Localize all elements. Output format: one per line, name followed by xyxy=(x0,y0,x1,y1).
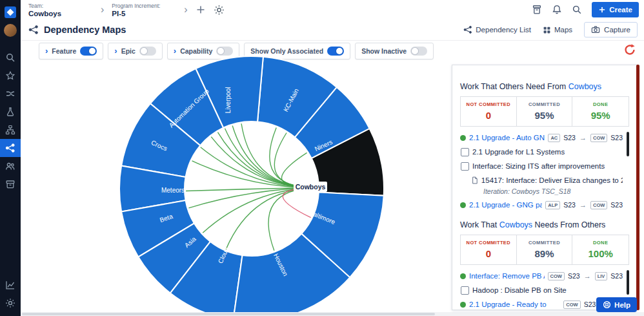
jira-logo-icon xyxy=(5,6,16,18)
dependency-list-icon xyxy=(463,25,472,34)
dependency-link[interactable]: 2.1 Upgrade - Auto GNC xyxy=(469,134,545,142)
people-icon xyxy=(5,161,15,171)
status-dot-icon xyxy=(460,202,466,208)
capture-label: Capture xyxy=(604,26,630,34)
chevron-right-icon: › xyxy=(101,5,104,15)
chord-diagram[interactable]: NinersKC-MainLiverpoolAutomation GroupCr… xyxy=(113,52,390,316)
stat-committed: COMMITTED 95% xyxy=(517,97,573,126)
box-icon xyxy=(5,179,15,189)
stat-done: DONE 100% xyxy=(572,235,629,264)
sidebar-item-teams[interactable] xyxy=(0,157,21,175)
search-icon xyxy=(5,52,15,63)
global-search-button[interactable] xyxy=(572,5,582,15)
work-item-row[interactable]: Hadoop : Disable PB on Site xyxy=(460,283,623,297)
dependency-map-icon xyxy=(28,25,39,35)
status-dot-icon xyxy=(460,273,466,279)
release-button[interactable] xyxy=(532,5,542,15)
stat-label: DONE xyxy=(576,240,625,246)
title-text: Work That Others Need From xyxy=(460,82,569,91)
work-item-title: Interface: Sizing ITS after improvements xyxy=(472,162,605,170)
team-link[interactable]: Cowboys xyxy=(569,82,601,91)
show-inactive-toggle[interactable] xyxy=(410,47,427,56)
notifications-button[interactable] xyxy=(552,5,562,15)
toggle-knob xyxy=(89,48,96,54)
sub-header: Dependency Maps Dependency List Maps Cap… xyxy=(21,19,644,41)
stat-label: COMMITTED xyxy=(521,240,569,246)
create-button[interactable]: Create xyxy=(592,2,639,17)
horizontal-scrollbar[interactable] xyxy=(21,312,644,316)
stat-value: 0 xyxy=(465,110,512,121)
work-item-title: Hadoop : Disable PB on Site xyxy=(472,286,567,294)
dependency-list-link[interactable]: Dependency List xyxy=(463,25,531,34)
panel-scrollbar[interactable] xyxy=(636,65,639,310)
team-badge: COW xyxy=(590,134,607,142)
dependency-link[interactable]: Interface: Remove PB A xyxy=(469,272,545,280)
list-scrollbar[interactable] xyxy=(627,132,629,156)
configure-button[interactable] xyxy=(214,5,225,16)
svg-text:Liverpool: Liverpool xyxy=(225,87,232,114)
page-title: Dependency Maps xyxy=(44,25,126,35)
avatar xyxy=(4,24,17,37)
dependency-row[interactable]: 2.1 Upgrade - GNG past ALP S23 → COW S23 xyxy=(460,198,623,212)
scrollbar-thumb[interactable] xyxy=(22,313,435,315)
work-item-row[interactable]: 2.1 Upgrade for L1 Systems xyxy=(460,145,623,159)
checkbox[interactable] xyxy=(461,148,469,156)
left-sidebar xyxy=(0,0,21,316)
checkbox[interactable] xyxy=(461,286,469,295)
dependency-link[interactable]: 2.1 Upgrade - Ready to xyxy=(469,300,560,308)
help-button[interactable]: Help xyxy=(596,297,637,312)
program-increment-selector[interactable]: Program Increment: PI-5 xyxy=(112,3,176,17)
title-text: Work That xyxy=(460,220,499,229)
chevron-right-icon: › xyxy=(45,47,48,55)
team-badge: COW xyxy=(548,272,565,280)
help-label: Help xyxy=(614,301,630,309)
capture-button[interactable]: Capture xyxy=(584,22,638,37)
status-dot-icon xyxy=(460,302,466,308)
iteration-meta: Iteration: Cowboys TSC_S18 xyxy=(460,187,623,198)
user-avatar[interactable] xyxy=(0,21,21,39)
chart-icon xyxy=(5,280,15,290)
team-selector[interactable]: Team: Cowboys xyxy=(28,3,93,17)
stats-table: NOT COMMITTED 0 COMMITTED 89% DONE 100% xyxy=(460,235,629,265)
maps-link[interactable]: Maps xyxy=(543,26,572,34)
filter-label: Feature xyxy=(52,47,76,55)
sub-item-row[interactable]: 15417: Interface: Deliver Eliza changes … xyxy=(460,173,623,187)
filter-chip-feature[interactable]: › Feature xyxy=(39,43,103,59)
sidebar-item-analytics[interactable] xyxy=(0,276,21,294)
sidebar-item-favorites[interactable] xyxy=(0,67,21,85)
list-scrollbar[interactable] xyxy=(627,270,629,295)
pi-value: PI-5 xyxy=(112,10,176,17)
stats-table: NOT COMMITTED 0 COMMITTED 95% DONE 95% xyxy=(460,96,629,127)
dependency-list-label: Dependency List xyxy=(476,26,531,34)
stat-value: 0 xyxy=(465,248,512,259)
arrow-right-icon: → xyxy=(584,272,591,280)
sidebar-item-experiments[interactable] xyxy=(0,103,21,121)
feature-toggle[interactable] xyxy=(80,47,97,56)
sidebar-item-flows[interactable] xyxy=(0,85,21,103)
dependency-wheel[interactable]: NinersKC-MainLiverpoolAutomation GroupCr… xyxy=(113,52,390,316)
sidebar-item-dependency-maps[interactable] xyxy=(0,139,21,157)
checkbox[interactable] xyxy=(461,162,469,171)
dependency-side-panel: Work That Others Need From Cowboys NOT C… xyxy=(452,65,638,310)
sidebar-item-settings[interactable] xyxy=(0,294,21,312)
search-icon xyxy=(572,5,582,15)
stat-label: COMMITTED xyxy=(521,101,569,107)
team-link[interactable]: Cowboys xyxy=(499,220,532,229)
work-item-row[interactable]: Interface: Sizing ITS after improvements xyxy=(460,159,623,173)
add-button[interactable] xyxy=(196,5,206,15)
sprint-label: S23 xyxy=(610,272,623,280)
team-badge: ALP xyxy=(545,201,560,209)
dependency-row[interactable]: 2.1 Upgrade - Auto GNC AC S23 → COW S23 xyxy=(460,131,623,145)
refresh-spinner[interactable] xyxy=(623,43,636,59)
dependency-link[interactable]: 2.1 Upgrade - GNG past xyxy=(469,201,542,209)
sidebar-item-search[interactable] xyxy=(0,48,21,67)
sidebar-item-programs[interactable] xyxy=(0,175,21,193)
stat-not-committed: NOT COMMITTED 0 xyxy=(461,235,517,264)
arrow-right-icon: → xyxy=(579,201,587,209)
stat-label: DONE xyxy=(576,101,625,107)
app-logo[interactable] xyxy=(0,3,21,21)
sidebar-item-hierarchy[interactable] xyxy=(0,121,21,139)
camera-icon xyxy=(591,25,600,34)
dependency-row[interactable]: Interface: Remove PB A COW S23 → LIV S23 xyxy=(460,269,623,283)
selected-team-chip[interactable]: Cowboys xyxy=(294,182,327,192)
